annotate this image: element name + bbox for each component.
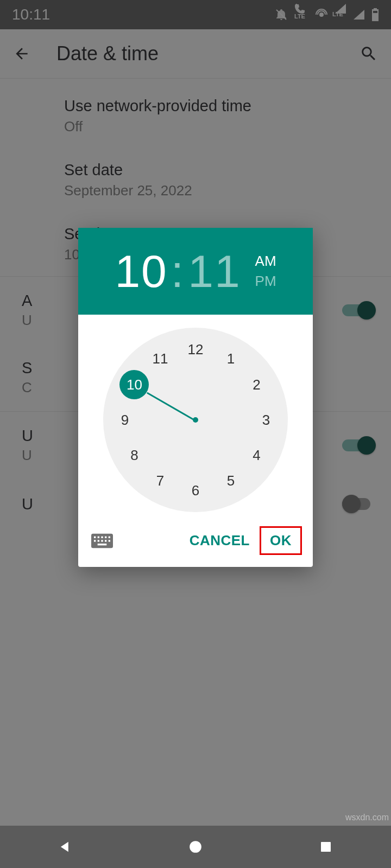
clock-hour-6[interactable]: 6 <box>184 478 207 502</box>
svg-rect-6 <box>105 536 106 538</box>
clock-hand <box>147 392 196 422</box>
nav-recent-icon[interactable] <box>317 838 335 856</box>
nav-home-icon[interactable] <box>186 838 205 856</box>
clock-face[interactable]: 121234567891011 <box>103 328 288 512</box>
svg-rect-10 <box>101 540 103 541</box>
clock-hour-3[interactable]: 3 <box>254 408 278 432</box>
navigation-bar <box>0 826 391 868</box>
svg-rect-4 <box>98 536 99 538</box>
time-picker-header: 10 : 11 AM PM <box>78 228 313 315</box>
svg-rect-12 <box>109 540 110 541</box>
time-picker-dialog: 10 : 11 AM PM 121234567891011 CANCEL OK <box>78 228 313 567</box>
watermark: wsxdn.com <box>345 813 389 822</box>
svg-rect-3 <box>94 536 96 538</box>
cancel-button[interactable]: CANCEL <box>180 527 260 554</box>
svg-rect-9 <box>98 540 99 541</box>
svg-rect-5 <box>101 536 103 538</box>
minute-display[interactable]: 11 <box>188 245 241 298</box>
svg-rect-8 <box>94 540 96 541</box>
keyboard-icon[interactable] <box>91 533 113 549</box>
svg-rect-7 <box>109 536 110 538</box>
svg-rect-15 <box>321 842 331 852</box>
svg-rect-13 <box>98 544 107 545</box>
clock-hour-10[interactable]: 10 <box>119 370 149 399</box>
ok-button[interactable]: OK <box>260 526 302 555</box>
clock-hour-8[interactable]: 8 <box>122 443 146 467</box>
svg-rect-11 <box>105 540 106 541</box>
clock-hour-12[interactable]: 12 <box>184 337 207 361</box>
time-colon: : <box>171 245 185 298</box>
pm-selector[interactable]: PM <box>255 273 276 290</box>
clock-hour-9[interactable]: 9 <box>113 408 137 432</box>
clock-hour-2[interactable]: 2 <box>245 373 269 397</box>
am-selector[interactable]: AM <box>255 253 276 270</box>
clock-hour-7[interactable]: 7 <box>148 469 172 493</box>
hour-display[interactable]: 10 <box>115 245 167 298</box>
clock-hour-5[interactable]: 5 <box>219 469 243 493</box>
clock-hour-4[interactable]: 4 <box>245 443 269 467</box>
svg-point-14 <box>190 841 201 853</box>
clock-hour-11[interactable]: 11 <box>148 347 172 371</box>
clock-hour-1[interactable]: 1 <box>219 347 243 371</box>
nav-back-icon[interactable] <box>56 838 74 856</box>
